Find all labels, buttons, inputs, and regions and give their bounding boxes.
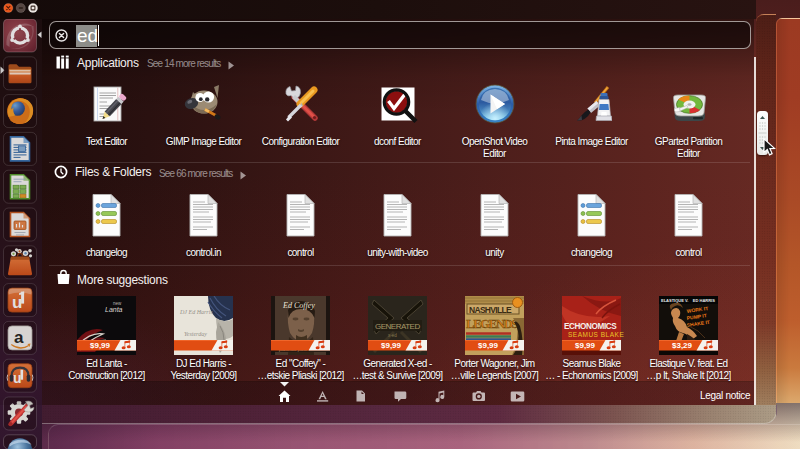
svg-text:$9,99: $9,99 bbox=[381, 341, 402, 350]
svg-text:Yesterday: Yesterday bbox=[184, 331, 207, 337]
svg-text:ECHONOMICS: ECHONOMICS bbox=[564, 322, 617, 331]
svg-text:$9,99: $9,99 bbox=[478, 341, 499, 350]
svg-text:$9,99: $9,99 bbox=[575, 341, 596, 350]
svg-text:ELASTIQUE V. ED HARRIS: ELASTIQUE V. ED HARRIS bbox=[661, 298, 715, 303]
svg-text:x-ed: x-ed bbox=[388, 333, 397, 338]
svg-text:$3,29: $3,29 bbox=[672, 341, 693, 350]
svg-text:Lanta: Lanta bbox=[105, 306, 123, 313]
svg-text:LEGENDS: LEGENDS bbox=[466, 317, 519, 331]
svg-text:DJ Ed Harris: DJ Ed Harris bbox=[179, 309, 213, 315]
svg-text:GENERATED: GENERATED bbox=[375, 322, 420, 331]
svg-text:NASHVILLE: NASHVILLE bbox=[469, 305, 512, 315]
svg-text:SEAMUS BLAKE: SEAMUS BLAKE bbox=[568, 331, 624, 338]
svg-text:Ed Coffey: Ed Coffey bbox=[282, 301, 315, 310]
svg-text:$9,99: $9,99 bbox=[90, 341, 111, 350]
